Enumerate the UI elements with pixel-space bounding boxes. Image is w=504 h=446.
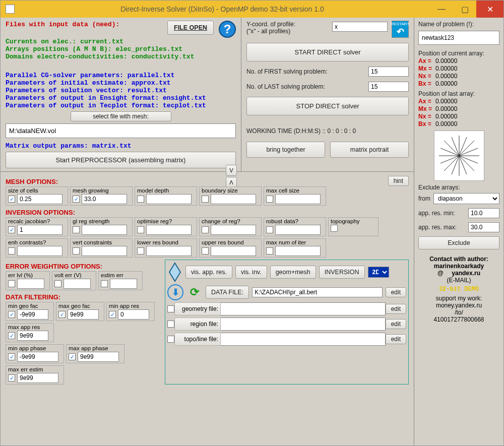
start-preprocessor-button[interactable]: Start PREPROCESSOR (assembling matrix) — [6, 152, 236, 168]
option-gl_reg-checkbox[interactable] — [73, 226, 80, 233]
region-file-input[interactable] — [221, 317, 386, 331]
stop-direct-button[interactable]: STOP DIRECT solver — [246, 97, 409, 115]
option-max_phase-checkbox[interactable]: ✓ — [69, 353, 76, 360]
start-direct-button[interactable]: START DIRECT solver — [246, 43, 409, 61]
region-file-checkbox[interactable] — [167, 321, 174, 328]
option-opt_reg-checkbox[interactable] — [137, 226, 144, 233]
diamond-arrow-icon[interactable] — [167, 262, 182, 282]
data-file-edit-button[interactable]: edit — [386, 287, 406, 297]
option-low_res-checkbox[interactable] — [137, 247, 144, 254]
option-vert-checkbox[interactable] — [73, 247, 80, 254]
option-estim-checkbox[interactable] — [101, 280, 108, 287]
option-model_depth-checkbox[interactable] — [137, 196, 144, 203]
dimension-select[interactable]: 2D — [368, 267, 389, 278]
select-mesh-button[interactable]: select file with mesh: — [71, 111, 171, 121]
option-min_geo-checkbox[interactable]: ✓ — [8, 311, 15, 318]
option-boundary-checkbox[interactable] — [202, 196, 209, 203]
option-enh: enh contrasts? — [6, 238, 68, 258]
option-mesh_grow-checkbox[interactable]: ✓ — [73, 196, 80, 203]
option-up_res-checkbox[interactable] — [202, 247, 209, 254]
option-volt_err-checkbox[interactable] — [54, 280, 61, 287]
refresh-icon[interactable]: ⟳ — [186, 284, 203, 300]
option-robust-checkbox[interactable] — [266, 226, 273, 233]
exclude-from-select[interactable]: diapason — [433, 193, 499, 204]
tecplot-line: Parameters of output in Tecplot format: … — [6, 102, 236, 109]
topo-file-input[interactable] — [221, 333, 386, 346]
option-min_phase-input[interactable] — [17, 352, 58, 362]
mesh-path-input[interactable] — [6, 123, 236, 138]
last-problem-input[interactable] — [368, 82, 409, 92]
option-gl_reg-input[interactable] — [82, 225, 127, 235]
option-max_app-input[interactable] — [17, 331, 48, 341]
inversion-button[interactable]: INVERSION — [319, 266, 365, 279]
option-chg_reg: change of reg? — [199, 217, 262, 236]
error-weighting-header: ERROR WEIGHTING OPTIONS: — [6, 263, 161, 270]
option-boundary-input[interactable] — [211, 194, 256, 204]
geom-mesh-button[interactable]: geom+mesh — [270, 266, 316, 279]
option-max_err-checkbox[interactable]: ✓ — [8, 374, 15, 381]
option-model_depth-input[interactable] — [146, 194, 192, 204]
option-chg_reg-checkbox[interactable] — [202, 226, 209, 233]
option-size_cells-input[interactable] — [17, 194, 62, 204]
option-up_res-input[interactable] — [211, 246, 256, 256]
region-file-edit-button[interactable]: edit — [386, 319, 406, 329]
res-max-input[interactable] — [468, 222, 499, 232]
file-open-button[interactable]: FILE OPEN — [167, 21, 214, 35]
option-max_cell-input[interactable] — [275, 194, 321, 204]
option-min_phase-checkbox[interactable]: ✓ — [8, 353, 15, 360]
option-estim-input[interactable] — [110, 279, 137, 289]
matrix-portrait-button[interactable]: matrix portrait — [330, 142, 409, 158]
option-min_app-checkbox[interactable]: ✓ — [109, 311, 116, 318]
hint-button[interactable]: hint — [388, 176, 409, 186]
first-problem-input[interactable] — [368, 67, 409, 77]
option-max_err-input[interactable] — [17, 373, 58, 383]
down-circle-icon[interactable]: ⬇ — [167, 284, 183, 300]
option-volt_err-input[interactable] — [64, 279, 91, 289]
option-max_iter-input[interactable] — [275, 246, 321, 256]
option-robust-input[interactable] — [275, 225, 321, 235]
restart-button[interactable]: RESTART ↶ — [392, 21, 409, 38]
option-err_lvl-input[interactable] — [17, 279, 44, 289]
first-problem-label: No. of FIRST solving problem: — [246, 68, 364, 75]
option-max_geo-input[interactable] — [68, 309, 99, 320]
problem-name-input[interactable] — [418, 31, 499, 45]
option-enh-checkbox[interactable] — [8, 247, 15, 254]
option-size_cells-checkbox[interactable]: ✓ — [8, 196, 15, 203]
data-filtering-header: DATA FILTERING: — [6, 293, 161, 301]
option-recalc-input[interactable] — [17, 225, 62, 235]
minimize-button[interactable]: — — [430, 1, 453, 18]
option-max_app-checkbox[interactable]: ✓ — [8, 332, 15, 339]
option-max_phase-input[interactable] — [78, 352, 119, 362]
option-min_app-input[interactable] — [118, 309, 149, 320]
option-max_cell-checkbox[interactable] — [266, 196, 273, 203]
option-enh-input[interactable] — [17, 246, 62, 256]
option-max_geo-checkbox[interactable]: ✓ — [58, 311, 66, 318]
option-chg_reg-input[interactable] — [211, 225, 256, 235]
help-icon[interactable]: ? — [219, 21, 236, 38]
exclude-button[interactable]: Exclude — [418, 236, 499, 249]
option-opt_reg-input[interactable] — [146, 225, 192, 235]
ycoord-input[interactable] — [332, 22, 388, 32]
res-min-input[interactable] — [468, 208, 499, 218]
vis-inv-button[interactable]: vis. inv. — [235, 266, 267, 279]
bring-together-button[interactable]: bring together — [246, 142, 325, 158]
option-mesh_grow-input[interactable] — [82, 194, 127, 204]
vis-app-res-button[interactable]: vis. app. res. — [185, 266, 232, 279]
option-topo-checkbox[interactable] — [331, 225, 338, 232]
topo-file-checkbox[interactable] — [167, 336, 174, 343]
option-err_lvl-checkbox[interactable] — [8, 280, 15, 287]
close-button[interactable]: ✕ — [476, 1, 503, 18]
geometry-file-checkbox[interactable] — [167, 305, 174, 312]
geometry-file-input[interactable] — [221, 302, 386, 315]
maximize-button[interactable]: ▢ — [453, 1, 476, 18]
collapse-down-button[interactable]: V — [226, 165, 237, 176]
option-low_res-input[interactable] — [146, 246, 192, 256]
option-min_geo-input[interactable] — [17, 309, 48, 320]
geometry-file-edit-button[interactable]: edit — [386, 304, 406, 314]
option-recalc-checkbox[interactable]: ✓ — [8, 226, 15, 233]
topo-file-edit-button[interactable]: edit — [386, 334, 406, 344]
approx-line: Parameters of initial estimate: approx.t… — [6, 79, 236, 87]
data-file-input[interactable] — [252, 287, 383, 297]
option-max_iter-checkbox[interactable] — [266, 247, 273, 254]
option-vert-input[interactable] — [82, 246, 127, 256]
